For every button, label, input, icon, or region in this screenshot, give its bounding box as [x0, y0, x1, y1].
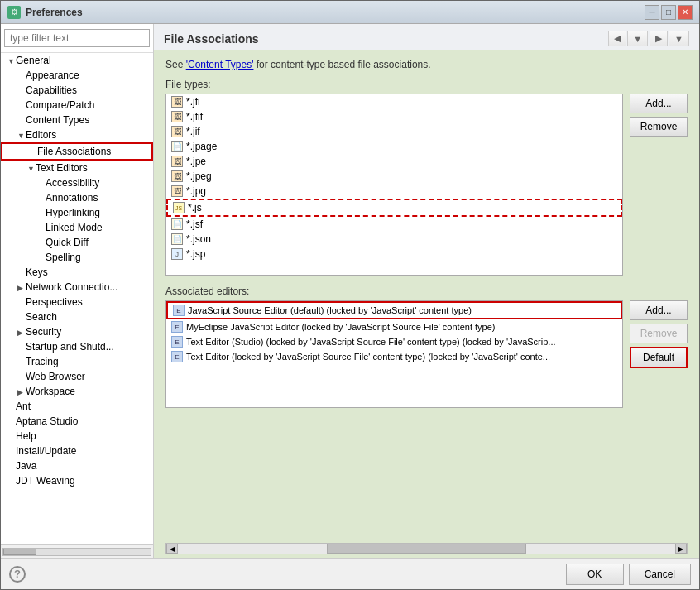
- sidebar-item-general[interactable]: General: [1, 53, 153, 68]
- sidebar-item-web-browser[interactable]: Web Browser: [1, 369, 153, 384]
- file-type-label: *.jsf: [186, 218, 203, 230]
- sidebar-item-accessibility[interactable]: Accessibility: [1, 175, 153, 190]
- sidebar-item-label-jdt-weaving: JDT Weaving: [16, 475, 75, 487]
- back-button[interactable]: ◀: [608, 31, 626, 46]
- sidebar-item-aptana-studio[interactable]: Aptana Studio: [1, 414, 153, 429]
- file-type-icon: 📄: [171, 218, 183, 230]
- sidebar-item-ant[interactable]: Ant: [1, 399, 153, 414]
- sidebar-item-content-types[interactable]: Content Types: [1, 113, 153, 127]
- forward-button[interactable]: ▶: [650, 31, 668, 46]
- file-types-remove-button[interactable]: Remove: [630, 117, 688, 137]
- sidebar-item-file-associations[interactable]: File Associations: [1, 142, 153, 161]
- forward-dropdown-button[interactable]: ▼: [669, 31, 689, 46]
- assoc-remove-button[interactable]: Remove: [630, 324, 688, 343]
- list-item[interactable]: 🖼*.jif: [166, 124, 622, 139]
- h-scrollbar-thumb[interactable]: [327, 544, 525, 554]
- file-type-icon: JS: [173, 202, 185, 213]
- sidebar-item-workspace[interactable]: Workspace: [1, 384, 153, 399]
- sidebar-item-perspectives[interactable]: Perspectives: [1, 295, 153, 309]
- assoc-default-button[interactable]: Default: [630, 347, 688, 368]
- assoc-item[interactable]: EJavaScript Source Editor (default) (loc…: [166, 301, 622, 319]
- sidebar-item-annotations[interactable]: Annotations: [1, 190, 153, 205]
- sidebar-item-network-connections[interactable]: Network Connectio...: [1, 280, 153, 295]
- content-types-link[interactable]: 'Content Types': [186, 59, 254, 70]
- h-scroll-track[interactable]: [2, 548, 151, 556]
- back-dropdown-button[interactable]: ▼: [627, 31, 648, 46]
- sidebar-item-editors[interactable]: Editors: [1, 127, 153, 142]
- minimize-button[interactable]: ─: [645, 5, 659, 20]
- right-header: File Associations ◀ ▼ ▶ ▼: [154, 24, 699, 50]
- cancel-button[interactable]: Cancel: [629, 564, 691, 585]
- list-item[interactable]: JS*.js: [166, 199, 622, 217]
- sidebar-item-label-capabilities: Capabilities: [26, 84, 77, 96]
- page-title: File Associations: [164, 32, 259, 46]
- tree-arrow-editors: [17, 132, 26, 140]
- filter-input[interactable]: [4, 29, 150, 47]
- sidebar-item-label-hyperlinking: Hyperlinking: [46, 207, 100, 218]
- close-button[interactable]: ✕: [678, 5, 693, 20]
- assoc-item[interactable]: EText Editor (Studio) (locked by 'JavaSc…: [166, 334, 622, 349]
- tree-arrow-security: [17, 329, 26, 337]
- sidebar-item-spelling[interactable]: Spelling: [1, 250, 153, 265]
- sidebar-item-appearance[interactable]: Appearance: [1, 68, 153, 83]
- main-content: GeneralAppearanceCapabilitiesCompare/Pat…: [1, 24, 699, 558]
- sidebar-item-label-general: General: [16, 55, 51, 66]
- sidebar-item-help[interactable]: Help: [1, 429, 153, 444]
- sidebar-item-quick-diff[interactable]: Quick Diff: [1, 235, 153, 250]
- sidebar-item-hyperlinking[interactable]: Hyperlinking: [1, 205, 153, 220]
- sidebar-item-search[interactable]: Search: [1, 309, 153, 324]
- maximize-button[interactable]: □: [661, 5, 676, 20]
- list-item[interactable]: 📄*.jpage: [166, 139, 622, 154]
- sidebar-item-security[interactable]: Security: [1, 324, 153, 339]
- assoc-item[interactable]: EText Editor (locked by 'JavaScript Sour…: [166, 349, 622, 364]
- file-types-add-button[interactable]: Add...: [630, 94, 688, 113]
- sidebar-item-label-workspace: Workspace: [26, 386, 75, 397]
- sidebar-item-startup-shutdown[interactable]: Startup and Shutd...: [1, 339, 153, 354]
- sidebar-item-label-help: Help: [16, 430, 36, 442]
- list-item[interactable]: 📄*.jsf: [166, 217, 622, 232]
- sidebar-item-tracing[interactable]: Tracing: [1, 354, 153, 369]
- h-scrollbar-right-btn[interactable]: ▶: [675, 544, 687, 554]
- file-type-icon: 🖼: [171, 111, 183, 122]
- h-scrollbar-left-btn[interactable]: ◀: [166, 544, 178, 554]
- file-type-label: *.js: [188, 202, 202, 213]
- sidebar-item-label-appearance: Appearance: [26, 70, 79, 81]
- file-type-icon: 🖼: [171, 185, 183, 197]
- sidebar-item-linked-mode[interactable]: Linked Mode: [1, 220, 153, 235]
- ok-button[interactable]: OK: [566, 564, 624, 585]
- list-item[interactable]: J*.jsp: [166, 247, 622, 261]
- list-item[interactable]: 📄*.json: [166, 232, 622, 247]
- sidebar-item-jdt-weaving[interactable]: JDT Weaving: [1, 473, 153, 488]
- list-item[interactable]: 🖼*.jfif: [166, 109, 622, 124]
- sidebar-item-label-linked-mode: Linked Mode: [46, 222, 103, 233]
- associated-editors-list[interactable]: EJavaScript Source Editor (default) (loc…: [165, 300, 623, 408]
- help-icon[interactable]: ?: [9, 566, 26, 583]
- window-title: Preferences: [26, 7, 83, 18]
- nav-forward-group: ▶ ▼: [650, 31, 689, 46]
- file-types-list[interactable]: 🖼*.jfi🖼*.jfif🖼*.jif📄*.jpage🖼*.jpe🖼*.jpeg…: [165, 94, 623, 276]
- list-item[interactable]: 🖼*.jpe: [166, 154, 622, 169]
- sidebar-item-label-tracing: Tracing: [26, 356, 59, 367]
- associated-editors-label: Associated editors:: [165, 285, 688, 297]
- sidebar-item-keys[interactable]: Keys: [1, 265, 153, 280]
- sidebar-item-label-file-associations: File Associations: [37, 146, 111, 157]
- file-type-icon: J: [171, 248, 183, 260]
- list-item[interactable]: 🖼*.jfi: [166, 94, 622, 109]
- sidebar-item-compare-patch[interactable]: Compare/Patch: [1, 98, 153, 113]
- sidebar-item-install-update[interactable]: Install/Update: [1, 444, 153, 458]
- associated-editors-section: EJavaScript Source Editor (default) (loc…: [165, 300, 688, 408]
- assoc-add-button[interactable]: Add...: [630, 300, 688, 320]
- file-type-icon: 🖼: [171, 170, 183, 182]
- list-item[interactable]: 🖼*.jpg: [166, 184, 622, 199]
- assoc-item[interactable]: EMyEclipse JavaScript Editor (locked by …: [166, 319, 622, 334]
- h-scrollbar[interactable]: ◀ ▶: [165, 543, 688, 554]
- h-scrollbar-track[interactable]: [178, 544, 675, 554]
- h-scroll-thumb[interactable]: [3, 549, 36, 555]
- sidebar-item-java[interactable]: Java: [1, 458, 153, 473]
- sidebar-item-label-compare-patch: Compare/Patch: [26, 99, 94, 111]
- file-type-label: *.jfi: [186, 96, 200, 108]
- sidebar-item-label-web-browser: Web Browser: [26, 371, 85, 382]
- sidebar-item-text-editors[interactable]: Text Editors: [1, 161, 153, 175]
- list-item[interactable]: 🖼*.jpeg: [166, 169, 622, 184]
- sidebar-item-capabilities[interactable]: Capabilities: [1, 83, 153, 98]
